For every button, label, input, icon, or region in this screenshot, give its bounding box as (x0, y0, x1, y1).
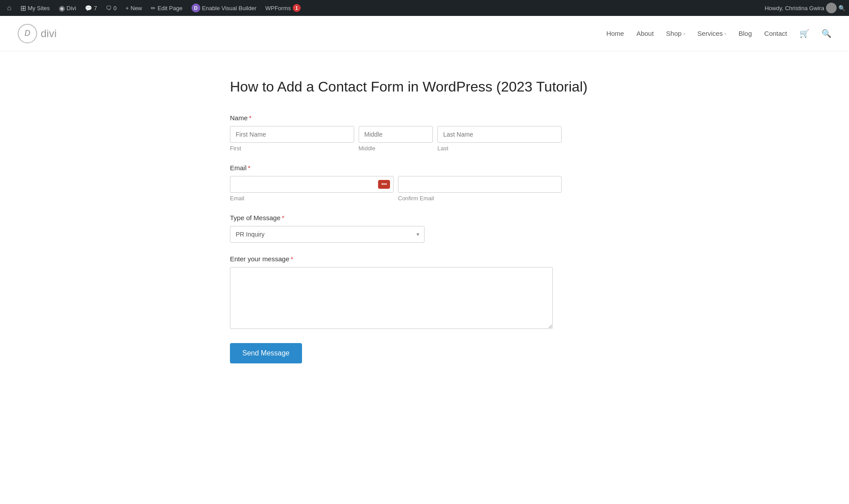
admin-greeting: Howdy, Christina Gwira (765, 5, 824, 11)
admin-bar-wp-logo[interactable]: ⌂ (4, 0, 15, 16)
wordpress-icon: ⌂ (7, 4, 11, 12)
last-name-col: Last (437, 126, 562, 152)
email-autofill-button[interactable]: ••• (378, 180, 390, 189)
speech-bubble-icon: 🗨 (106, 5, 111, 11)
site-logo[interactable]: D divi (18, 24, 57, 43)
message-type-label: Type of Message* (230, 214, 562, 221)
admin-bar-new[interactable]: + New (122, 0, 146, 16)
nav-services[interactable]: Services › (697, 30, 726, 37)
confirm-email-col: Confirm Email (398, 176, 562, 202)
admin-search-icon[interactable]: 🔍 (838, 5, 845, 11)
dots-icon: ••• (381, 181, 387, 187)
logo-circle: D (18, 24, 37, 43)
admin-bar-comments-count[interactable]: 🗨 0 (102, 0, 120, 16)
email-input[interactable] (230, 176, 394, 193)
middle-name-sub-label: Middle (359, 145, 433, 152)
divi-site-icon: ◉ (59, 4, 65, 12)
nav-blog[interactable]: Blog (738, 30, 752, 37)
message-field: Enter your message* (230, 255, 562, 331)
divi-vb-icon: D (191, 4, 200, 12)
page-title: How to Add a Contact Form in WordPress (… (230, 78, 619, 96)
first-name-input[interactable] (230, 126, 354, 143)
nav-home[interactable]: Home (606, 30, 624, 37)
admin-avatar[interactable] (826, 3, 837, 13)
middle-name-col: Middle (359, 126, 433, 152)
pencil-icon: ✏ (151, 5, 156, 11)
admin-bar-visual-builder[interactable]: D Enable Visual Builder (188, 0, 260, 16)
email-input-col: ••• Email (230, 176, 394, 202)
shop-chevron-icon: › (683, 31, 685, 36)
admin-bar-edit-page[interactable]: ✏ Edit Page (147, 0, 186, 16)
middle-name-input[interactable] (359, 126, 433, 143)
email-input-wrapper: ••• (230, 176, 394, 193)
message-type-field: Type of Message* PR Inquiry General Inqu… (230, 214, 562, 243)
email-field: Email* ••• Email Confirm Email (230, 164, 562, 202)
services-chevron-icon: › (725, 31, 727, 36)
admin-bar: ⌂ ⊞ My Sites ◉ Divi 💬 7 🗨 0 + New ✏ Edit… (0, 0, 849, 16)
confirm-email-sub-label: Confirm Email (398, 195, 562, 202)
search-icon[interactable]: 🔍 (822, 29, 831, 38)
name-required-star: * (249, 114, 252, 122)
first-name-sub-label: First (230, 145, 354, 152)
message-type-required-star: * (282, 214, 284, 221)
name-label: Name* (230, 114, 562, 122)
admin-bar-wpforms[interactable]: WPForms 1 (262, 0, 304, 16)
admin-bar-comments[interactable]: 💬 7 (81, 0, 100, 16)
email-label: Email* (230, 164, 562, 172)
message-required-star: * (291, 255, 293, 263)
sites-icon: ⊞ (20, 4, 26, 12)
admin-bar-divi[interactable]: ◉ Divi (55, 0, 80, 16)
last-name-sub-label: Last (437, 145, 562, 152)
nav-about[interactable]: About (636, 30, 654, 37)
cart-icon[interactable]: 🛒 (799, 29, 809, 38)
site-nav: Home About Shop › Services › Blog Contac… (606, 29, 831, 38)
message-label: Enter your message* (230, 255, 562, 263)
email-required-star: * (248, 164, 251, 172)
contact-form: Name* First Middle Last Email* (230, 114, 562, 363)
site-header: D divi Home About Shop › Services › Blog… (0, 16, 849, 51)
nav-contact[interactable]: Contact (764, 30, 787, 37)
name-row: First Middle Last (230, 126, 562, 152)
send-message-button[interactable]: Send Message (230, 343, 302, 363)
name-field: Name* First Middle Last (230, 114, 562, 152)
confirm-email-input[interactable] (398, 176, 562, 193)
admin-bar-right: Howdy, Christina Gwira 🔍 (765, 3, 845, 13)
admin-bar-my-sites[interactable]: ⊞ My Sites (17, 0, 54, 16)
email-row: ••• Email Confirm Email (230, 176, 562, 202)
last-name-input[interactable] (437, 126, 562, 143)
plus-icon: + (126, 5, 129, 11)
wpforms-badge: 1 (293, 4, 301, 12)
message-type-select-wrapper: PR Inquiry General Inquiry Support Billi… (230, 226, 424, 243)
email-sub-label: Email (230, 195, 394, 202)
nav-shop[interactable]: Shop › (666, 30, 685, 37)
message-textarea[interactable] (230, 267, 553, 329)
message-type-select[interactable]: PR Inquiry General Inquiry Support Billi… (230, 226, 424, 243)
first-name-col: First (230, 126, 354, 152)
main-content: How to Add a Contact Form in WordPress (… (212, 78, 637, 363)
comment-icon: 💬 (85, 5, 92, 11)
